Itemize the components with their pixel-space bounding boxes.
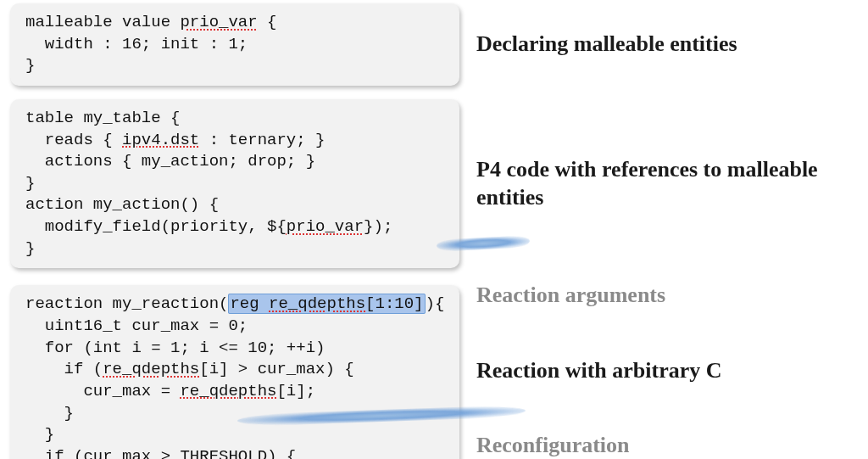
underlined-reqdepths-2: re_qdepths bbox=[103, 360, 199, 378]
code-text: ){ bbox=[426, 294, 445, 313]
code-line: for (int i = 1; i <= 10; ++i) bbox=[25, 339, 325, 357]
highlight-reaction-args: reg re_qdepths[1:10] bbox=[228, 294, 425, 314]
code-line: uint16_t cur_max = 0; bbox=[25, 316, 248, 335]
annot-declaring: Declaring malleable entities bbox=[476, 31, 858, 59]
code-text: if ( bbox=[25, 360, 103, 378]
code-line: if (cur_max > THRESHOLD) { bbox=[25, 447, 296, 459]
code-line: } bbox=[25, 239, 35, 258]
underlined-reqdepths-3: re_qdepths bbox=[180, 382, 276, 400]
annot-p4: P4 code with references to malleable ent… bbox=[476, 156, 858, 211]
row-malleable: malleable value prio_var { width : 16; i… bbox=[0, 0, 868, 96]
code-line: } bbox=[25, 174, 35, 193]
hl-text: [1:10] bbox=[365, 294, 423, 313]
annot-col-1: Declaring malleable entities bbox=[476, 31, 858, 59]
underlined-var: prio_var bbox=[180, 13, 257, 31]
underlined-reqdepths: re_qdepths bbox=[269, 294, 365, 313]
code-text: reaction my_reaction( bbox=[25, 294, 228, 313]
hl-text: reg bbox=[230, 294, 269, 313]
underlined-ipv4: ipv4.dst bbox=[122, 131, 199, 149]
row-p4: table my_table { reads { ipv4.dst : tern… bbox=[0, 96, 868, 278]
code-line: actions { my_action; drop; } bbox=[25, 152, 315, 171]
code-line: } bbox=[25, 425, 54, 444]
row-reaction: reaction my_reaction(reg re_qdepths[1:10… bbox=[0, 278, 868, 459]
code-text: }); bbox=[364, 217, 392, 236]
code-text: modify_field(priority, ${ bbox=[25, 217, 287, 236]
code-text: cur_max = bbox=[25, 382, 180, 400]
annot-reaction-args: Reaction arguments bbox=[476, 282, 858, 310]
annot-col-3: Reaction arguments Reaction with arbitra… bbox=[476, 285, 858, 459]
code-text: [i]; bbox=[276, 382, 315, 400]
code-text: malleable value bbox=[25, 13, 180, 31]
annot-reconfig: Reconfiguration bbox=[476, 432, 858, 459]
annot-reaction-c: Reaction with arbitrary C bbox=[476, 357, 858, 385]
underlined-priovar: prio_var bbox=[287, 217, 364, 236]
codebox-p4: table my_table { reads { ipv4.dst : tern… bbox=[10, 99, 459, 268]
code-text: reads { bbox=[25, 131, 122, 149]
code-line: table my_table { bbox=[25, 109, 180, 127]
code-line: action my_action() { bbox=[25, 195, 219, 214]
code-line: } bbox=[25, 404, 74, 423]
codebox-malleable: malleable value prio_var { width : 16; i… bbox=[10, 3, 459, 86]
annot-col-2: P4 code with references to malleable ent… bbox=[476, 156, 858, 211]
code-text: [i] > cur_max) { bbox=[199, 360, 353, 378]
codebox-reaction: reaction my_reaction(reg re_qdepths[1:10… bbox=[10, 285, 459, 459]
code-text: : ternary; } bbox=[199, 131, 325, 149]
